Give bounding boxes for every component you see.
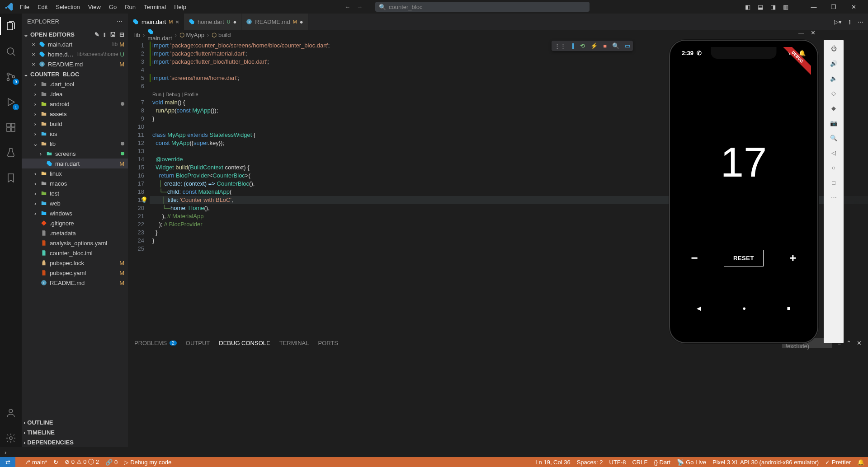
close-all-icon[interactable]: ⊟ (119, 31, 124, 38)
panel-tab-problems[interactable]: PROBLEMS2 (134, 340, 177, 346)
overview-icon[interactable]: □ (832, 179, 835, 186)
status-item[interactable]: Spaces: 2 (577, 459, 603, 466)
lightbulb-icon[interactable]: 💡 (141, 196, 148, 204)
panel-tab-terminal[interactable]: TERMINAL (279, 340, 309, 346)
menu-run[interactable]: Run (121, 2, 139, 12)
nav-back-icon[interactable]: ◀ (697, 305, 701, 312)
nav-recent-icon[interactable]: ■ (787, 305, 791, 312)
back-icon[interactable]: ◁ (831, 149, 836, 156)
activity-debug-icon[interactable]: 1 (0, 93, 22, 111)
inspector-icon[interactable]: ▭ (625, 42, 630, 49)
menu-help[interactable]: Help (170, 2, 190, 12)
section-dependencies[interactable]: ›DEPENDENCIES (22, 437, 128, 447)
volume-up-icon[interactable]: 🔊 (830, 60, 837, 67)
open-editors-header[interactable]: ⌄ OPEN EDITORS ✎ ⫿ 🖫 ⊟ (22, 29, 128, 39)
panel-tab-output[interactable]: OUTPUT (186, 340, 210, 346)
panel-tab-debug-console[interactable]: DEBUG CONSOLE (219, 340, 270, 348)
split-icon[interactable]: ⫿ (848, 19, 851, 25)
devtools-icon[interactable]: 🔍 (612, 42, 619, 49)
tree-item[interactable]: ›macos (22, 178, 128, 188)
breadcrumb-toggle-icon[interactable]: › (5, 449, 6, 456)
tree-item[interactable]: counter_bloc.iml (22, 248, 128, 258)
restart-icon[interactable]: ⟲ (580, 42, 585, 49)
status-item[interactable]: UTF-8 (609, 459, 626, 466)
menu-view[interactable]: View (85, 2, 104, 12)
tree-item[interactable]: iREADME.mdM (22, 278, 128, 288)
editor-tab[interactable]: home.dartU● (184, 14, 241, 30)
status-item[interactable]: ✓Prettier (825, 459, 851, 466)
sync-item[interactable]: ↻ (53, 459, 58, 466)
increment-button[interactable]: + (786, 251, 800, 265)
tree-item[interactable]: ›build (22, 119, 128, 129)
activity-extensions-icon[interactable] (0, 118, 22, 136)
window-maximize-button[interactable]: ❐ (824, 0, 844, 14)
activity-explorer-icon[interactable] (0, 17, 22, 35)
tree-item[interactable]: main.dartM (22, 159, 128, 168)
project-header[interactable]: ⌄ COUNTER_BLOC (22, 69, 128, 79)
tree-item[interactable]: ›android (22, 99, 128, 109)
nav-back-icon[interactable]: ← (344, 4, 350, 10)
layout-sidebar-right-icon[interactable]: ◨ (769, 3, 777, 10)
tree-item[interactable]: ⌄lib (22, 139, 128, 149)
tree-item[interactable]: .metadata (22, 228, 128, 238)
breadcrumb-item[interactable]: ⬡ build (212, 32, 231, 38)
sidebar-more-icon[interactable]: ⋯ (117, 18, 123, 25)
rotate-left-icon[interactable]: ◇ (831, 90, 836, 97)
layout-customize-icon[interactable]: ▥ (782, 3, 789, 10)
toggle-vertical-icon[interactable]: ⫿ (103, 31, 106, 38)
more-icon[interactable]: ⋯ (858, 19, 863, 25)
branch-item[interactable]: ⎇main* (24, 459, 47, 466)
tree-item[interactable]: .gitignore (22, 218, 128, 228)
drag-handle-icon[interactable]: ⋮⋮ (554, 42, 566, 49)
tree-item[interactable]: pubspec.lockM (22, 258, 128, 268)
debug-target-item[interactable]: ▷Debug my code (124, 459, 171, 466)
volume-down-icon[interactable]: 🔈 (830, 75, 837, 82)
menu-file[interactable]: File (16, 2, 33, 12)
activity-search-icon[interactable] (0, 42, 22, 61)
section-outline[interactable]: ›OUTLINE (22, 417, 128, 427)
tree-item[interactable]: ›.dart_tool (22, 79, 128, 89)
open-editor-item[interactable]: ×home.dartlib\screens\homeU (22, 49, 128, 59)
editor-tab[interactable]: main.dartM× (128, 14, 184, 30)
status-item[interactable]: CRLF (632, 459, 647, 466)
window-minimize-button[interactable]: — (804, 0, 824, 14)
device-screen[interactable]: 2:39 ✆ ▾ ▴ 🔔 DEBUG 17 − RESET (676, 47, 811, 321)
window-close-button[interactable]: ✕ (844, 0, 863, 14)
activity-account-icon[interactable] (0, 404, 22, 422)
power-icon[interactable]: ⏻ (831, 45, 837, 52)
debug-toolbar[interactable]: ⋮⋮ ‖ ⟲ ⚡ ■ 🔍 ▭ (552, 41, 633, 51)
nav-forward-icon[interactable]: → (357, 4, 363, 10)
status-item[interactable]: Pixel 3 XL API 30 (android-x86 emulator) (712, 459, 819, 466)
notifications-icon[interactable]: 🔔 (857, 459, 864, 466)
new-untitled-icon[interactable]: ✎ (94, 31, 99, 38)
tree-item[interactable]: ›assets (22, 109, 128, 119)
more-icon[interactable]: ⋯ (831, 194, 837, 201)
tree-item[interactable]: ›screens (22, 149, 128, 159)
diagnostics-item[interactable]: ⊘ 0 ⚠ 0 ⓘ 2 (65, 458, 99, 466)
activity-testing-icon[interactable] (0, 144, 22, 162)
zoom-icon[interactable]: 🔍 (830, 135, 837, 141)
emulator-close-icon[interactable]: ✕ (811, 29, 816, 36)
status-item[interactable]: {} Dart (654, 459, 670, 466)
collapse-icon[interactable]: ⌃ (846, 340, 851, 346)
activity-bookmark-icon[interactable] (0, 169, 22, 187)
rotate-right-icon[interactable]: ◆ (831, 105, 836, 112)
links-item[interactable]: 🔗0 (105, 459, 118, 466)
activity-scm-icon[interactable]: 9 (0, 68, 22, 86)
tree-item[interactable]: analysis_options.yaml (22, 238, 128, 248)
hot-reload-icon[interactable]: ⚡ (590, 42, 598, 49)
decrement-button[interactable]: − (688, 251, 701, 265)
editor-tab[interactable]: iREADME.mdM● (241, 14, 308, 30)
layout-sidebar-left-icon[interactable]: ◧ (744, 3, 751, 10)
menu-go[interactable]: Go (105, 2, 120, 12)
emulator-minimize-icon[interactable]: — (798, 29, 804, 36)
tree-item[interactable]: ›linux (22, 168, 128, 178)
menu-terminal[interactable]: Terminal (140, 2, 170, 12)
save-all-icon[interactable]: 🖫 (110, 31, 116, 38)
stop-icon[interactable]: ■ (603, 42, 607, 49)
status-item[interactable]: Ln 19, Col 36 (535, 459, 570, 466)
remote-button[interactable]: ⇄ (0, 457, 15, 467)
breadcrumb-item[interactable]: ⬡ MyApp (179, 32, 204, 38)
status-item[interactable]: 📡Go Live (677, 459, 706, 466)
tree-item[interactable]: ›windows (22, 208, 128, 218)
